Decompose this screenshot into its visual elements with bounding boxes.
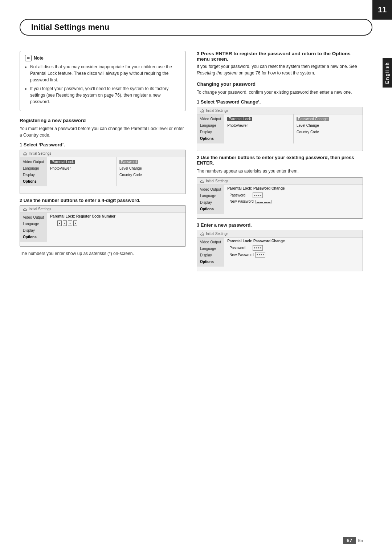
ui5-newpassword-dots: • • • • [255, 252, 265, 258]
ui3-main: Parental Lock PhotoViewer Password Chang… [224, 114, 363, 143]
home-icon-5 [200, 232, 204, 236]
svg-marker-4 [200, 232, 204, 235]
ui3-sidebar-item-3: Display [200, 129, 221, 135]
ui5-password-dots: • • • • [253, 245, 263, 251]
svg-marker-2 [200, 109, 204, 112]
ui-screenshot-5: Initial Settings Video Output Language D… [197, 230, 363, 271]
page-number-badge: 11 [372, 0, 392, 20]
note-item-1: Not all discs that you may consider inap… [30, 64, 180, 83]
ui5-dot-1: • [254, 246, 256, 250]
note-box: ✏ Note Not all discs that you may consid… [20, 51, 186, 111]
ui5-newpassword-label: New Password [229, 253, 254, 257]
left-step2-label: 2 Use the number buttons to enter a 4-di… [20, 198, 186, 203]
ui1-sidebar: Video Output Language Display Options [20, 157, 47, 186]
ui1-title-text: Initial Settings [29, 151, 51, 155]
ui4-newpassword-row: New Password [227, 199, 360, 204]
ui4-password-dots: • • • • [253, 193, 263, 198]
ui2-title-text: Initial Settings [29, 207, 51, 211]
ui2-dot-4: • [73, 220, 78, 226]
note-list: Not all discs that you may consider inap… [25, 64, 180, 105]
ui2-dots-row: • • • • [57, 220, 183, 226]
ui2-title: Initial Settings [20, 206, 185, 213]
ui5-body: Video Output Language Display Options Pa… [197, 238, 363, 267]
ui5-password-label: Password [229, 246, 251, 250]
step2-asterisk-note: The numbers you enter show up as asteris… [20, 250, 186, 257]
section2-heading: Changing your password [197, 81, 363, 87]
ui4-body: Video Output Language Display Options Pa… [197, 185, 363, 214]
right-step3-para: If you forget your password, you can res… [197, 63, 363, 76]
right-step2-heading: 2 Use the number buttons to enter your e… [197, 155, 363, 166]
ui5-main: Parental Lock: Password Change Password … [224, 238, 363, 267]
ui4-main: Parental Lock: Password Change Password … [224, 185, 363, 214]
ui2-dot-1: • [57, 220, 62, 226]
ui5-dot-4: • [260, 246, 262, 250]
ui5-header-label: Parental Lock: Password Change [227, 239, 360, 243]
ui3-parental-lock: Parental Lock [227, 117, 252, 121]
right-step3-label: 3 Enter a new password. [197, 222, 363, 228]
ui4-dash-3 [264, 202, 267, 203]
language-tab-label: English [384, 62, 390, 84]
right-step1-label: 1 Select ‘Password Change’. [197, 99, 363, 105]
note-item-2: If you forget your password, you'll need… [30, 85, 180, 105]
ui1-country-code: Country Code [119, 172, 183, 178]
ui3-sidebar-item-1: Video Output [200, 116, 221, 122]
ui-screenshot-2: Initial Settings Video Output Language D… [20, 205, 186, 247]
language-tab: English [383, 58, 392, 88]
page-footer: 67 En [343, 537, 363, 544]
ui4-dash-2 [260, 202, 263, 203]
ui-screenshot-3: Initial Settings Video Output Language D… [197, 107, 363, 151]
ui1-col2: Password Level Change Country Code [117, 157, 185, 186]
ui2-body: Video Output Language Display Options Pa… [20, 213, 185, 242]
ui5-dot-3: • [258, 246, 260, 250]
title-bar: Initial Settings menu [20, 19, 372, 36]
ui2-dot-2: • [63, 220, 67, 226]
ui1-password: Password [119, 160, 138, 164]
home-icon [23, 152, 27, 155]
ui3-country-code: Country Code [297, 129, 360, 135]
svg-marker-1 [23, 208, 27, 211]
ui2-sidebar-item-4: Options [23, 234, 44, 240]
ui3-sidebar-item-4: Options [200, 135, 221, 142]
ui3-col1: Parental Lock PhotoViewer [224, 114, 294, 143]
footer-page-number: 67 [343, 537, 356, 544]
ui4-dot-2: • [256, 193, 258, 197]
svg-marker-3 [200, 180, 204, 183]
ui4-sidebar-item-1: Video Output [200, 186, 221, 193]
ui2-register-label: Parental Lock: Register Code Number [50, 214, 183, 218]
ui1-level-change: Level Change [119, 165, 183, 172]
home-icon-2 [23, 207, 27, 211]
svg-marker-0 [23, 152, 27, 155]
ui5-newdot-3: • [261, 253, 262, 257]
ui3-sidebar: Video Output Language Display Options [197, 114, 224, 143]
ui5-newdot-2: • [258, 253, 260, 257]
ui5-sidebar-item-1: Video Output [200, 239, 221, 246]
right-column: 3 Press ENTER to register the password a… [197, 51, 363, 275]
note-icon: ✏ [25, 55, 32, 61]
ui2-sidebar-item-3: Display [23, 227, 44, 234]
right-step3-heading: 3 Press ENTER to register the password a… [197, 51, 363, 62]
ui-screenshot-1: Initial Settings Video Output Language D… [20, 150, 186, 194]
ui4-title: Initial Settings [197, 178, 363, 185]
ui1-photviewer: PhotoViewer [50, 165, 113, 172]
ui5-title: Initial Settings [197, 230, 363, 238]
ui1-sidebar-item-3: Display [23, 172, 44, 178]
ui4-dot-3: • [258, 193, 260, 197]
ui3-password-change: Password Change [297, 117, 329, 121]
ui4-sidebar-item-3: Display [200, 199, 221, 206]
ui5-title-text: Initial Settings [206, 232, 228, 236]
section1-para: You must register a password before you … [20, 125, 186, 138]
note-header: ✏ Note [25, 55, 180, 61]
ui2-sidebar-item-2: Language [23, 221, 44, 227]
ui4-password-label: Password [229, 193, 251, 197]
home-icon-3 [200, 109, 204, 113]
ui2-dot-3: • [68, 220, 72, 226]
ui1-main: Parental Lock PhotoViewer Password Level… [47, 157, 185, 186]
ui1-sidebar-item-2: Language [23, 165, 44, 172]
ui2-sidebar-item-1: Video Output [23, 214, 44, 221]
columns-layout: ✏ Note Not all discs that you may consid… [20, 51, 363, 275]
ui4-dash-1 [257, 202, 260, 203]
ui5-sidebar-item-4: Options [200, 259, 221, 265]
ui5-newdot-4: • [262, 253, 264, 257]
left-step1-label: 1 Select ‘Password’. [20, 142, 186, 147]
ui3-sidebar-item-2: Language [200, 122, 221, 129]
